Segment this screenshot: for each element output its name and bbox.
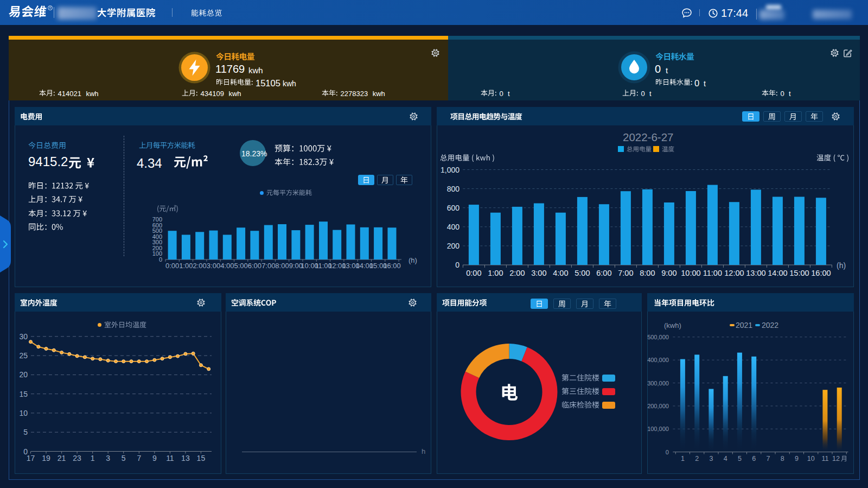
svg-text:6:00: 6:00	[248, 262, 261, 270]
svg-text:8:00: 8:00	[275, 262, 289, 270]
svg-text:9: 9	[795, 455, 799, 462]
svg-text:13:00: 13:00	[746, 269, 765, 277]
svg-text:19: 19	[42, 454, 50, 462]
svg-text:14:00: 14:00	[768, 269, 787, 277]
svg-text:16:00: 16:00	[811, 269, 831, 277]
svg-text:17: 17	[27, 454, 35, 462]
svg-text:100: 100	[152, 250, 162, 257]
svg-text:7:00: 7:00	[261, 262, 275, 270]
svg-text:15: 15	[197, 454, 206, 462]
svg-text:7: 7	[137, 454, 141, 462]
svg-text:2:00: 2:00	[193, 262, 207, 270]
svg-text:30: 30	[19, 332, 28, 341]
svg-text:200: 200	[152, 245, 162, 251]
svg-text:400: 400	[447, 223, 460, 231]
svg-text:9:00: 9:00	[661, 269, 676, 277]
svg-text:5: 5	[23, 428, 28, 436]
svg-text:0: 0	[455, 261, 459, 269]
svg-text:5:00: 5:00	[234, 262, 247, 270]
svg-text:7: 7	[766, 455, 770, 462]
svg-text:300,000: 300,000	[647, 380, 669, 386]
svg-text:8:00: 8:00	[640, 269, 655, 277]
svg-text:16:00: 16:00	[383, 262, 401, 270]
svg-text:21: 21	[58, 454, 66, 462]
svg-text:6: 6	[752, 455, 756, 462]
svg-text:2:00: 2:00	[509, 269, 525, 277]
svg-text:25: 25	[19, 351, 28, 360]
svg-text:10: 10	[19, 409, 28, 417]
svg-text:5: 5	[122, 454, 126, 462]
svg-text:13: 13	[181, 454, 190, 462]
svg-text:4:00: 4:00	[553, 269, 568, 277]
svg-text:500: 500	[152, 227, 162, 234]
svg-text:11:00: 11:00	[703, 269, 722, 277]
svg-text:100,000: 100,000	[647, 426, 669, 432]
svg-text:600: 600	[152, 222, 162, 229]
svg-text:3:00: 3:00	[531, 269, 546, 277]
svg-text:1:00: 1:00	[179, 262, 193, 270]
svg-text:200: 200	[447, 242, 460, 250]
svg-text:15:00: 15:00	[789, 269, 809, 277]
svg-text:3: 3	[709, 455, 713, 462]
svg-text:4:00: 4:00	[220, 262, 234, 270]
svg-text:700: 700	[152, 216, 162, 223]
svg-text:1:00: 1:00	[488, 269, 503, 277]
svg-text:1: 1	[681, 455, 685, 462]
svg-text:0: 0	[159, 256, 162, 263]
svg-text:9: 9	[152, 454, 157, 462]
svg-text:8: 8	[780, 455, 784, 462]
svg-text:3: 3	[106, 454, 110, 462]
svg-text:15: 15	[19, 390, 28, 398]
svg-text:1: 1	[91, 454, 95, 462]
svg-text:0:00: 0:00	[466, 269, 481, 277]
svg-text:(h): (h)	[409, 256, 417, 264]
svg-text:400: 400	[152, 233, 162, 240]
svg-text:12:00: 12:00	[724, 269, 744, 277]
svg-text:0: 0	[665, 449, 668, 455]
svg-text:600: 600	[447, 204, 460, 212]
svg-text:5:00: 5:00	[575, 269, 590, 277]
svg-text:10: 10	[807, 455, 814, 462]
svg-text:10:00: 10:00	[681, 269, 700, 277]
svg-text:6:00: 6:00	[596, 269, 611, 277]
svg-text:11: 11	[821, 455, 828, 462]
svg-text:11: 11	[166, 454, 174, 462]
svg-text:500,000: 500,000	[647, 334, 669, 340]
svg-text:23: 23	[73, 454, 81, 462]
svg-text:4: 4	[723, 455, 727, 462]
svg-text:0:00: 0:00	[165, 262, 179, 270]
svg-text:300: 300	[152, 239, 162, 245]
svg-text:2: 2	[695, 455, 699, 462]
svg-text:3:00: 3:00	[207, 262, 220, 270]
svg-text:5: 5	[738, 455, 742, 462]
svg-text:400,000: 400,000	[647, 357, 669, 363]
svg-text:200,000: 200,000	[647, 403, 669, 409]
svg-text:1,000: 1,000	[441, 166, 459, 174]
svg-text:7:00: 7:00	[618, 269, 633, 277]
svg-text:20: 20	[19, 370, 28, 379]
svg-text:800: 800	[447, 185, 460, 193]
svg-text:(h): (h)	[837, 261, 846, 270]
